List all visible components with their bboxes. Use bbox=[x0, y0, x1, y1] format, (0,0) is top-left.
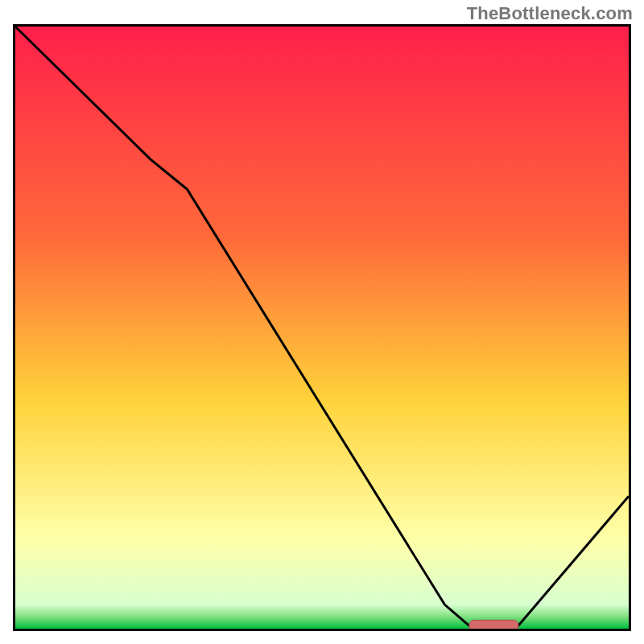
chart-container: TheBottleneck.com bbox=[0, 0, 644, 644]
plot-area bbox=[13, 24, 631, 631]
chart-svg bbox=[13, 24, 631, 631]
watermark-text: TheBottleneck.com bbox=[467, 3, 633, 24]
